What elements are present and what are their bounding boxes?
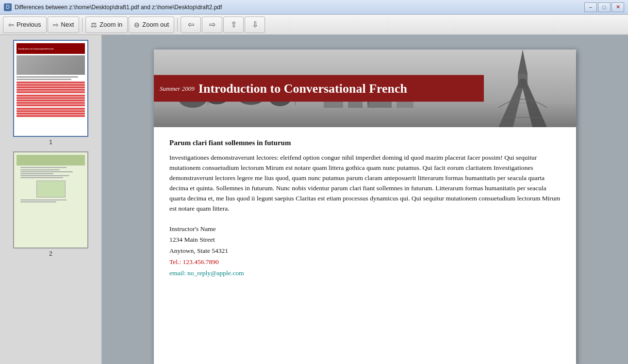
thumb-text-1 bbox=[17, 76, 85, 80]
content-area[interactable]: Summer 2009 Introduction to Conversation… bbox=[102, 35, 628, 364]
banner-year: Summer 2009 bbox=[160, 84, 195, 92]
page-body: Parum clari fiant sollemnes in futurum I… bbox=[154, 127, 576, 294]
close-button[interactable]: ✕ bbox=[611, 2, 624, 12]
separator-2 bbox=[177, 18, 178, 32]
page-thumbnail-2[interactable] bbox=[13, 151, 88, 248]
separator-1 bbox=[82, 18, 83, 32]
next-icon: ⇨ bbox=[53, 21, 59, 29]
thumb-header-2 bbox=[17, 155, 85, 165]
previous-button[interactable]: ⇦ Previous bbox=[3, 17, 47, 33]
page-thumbnail-1[interactable]: Introduction to Conversational French bbox=[13, 40, 88, 137]
minimize-button[interactable]: − bbox=[584, 2, 597, 12]
main-area: Introduction to Conversational French bbox=[0, 35, 628, 364]
body-text: Investigationes demonstraverunt lectores… bbox=[169, 153, 561, 214]
thumb-header-1: Introduction to Conversational French bbox=[17, 43, 85, 54]
zoom-out-button[interactable]: ⊖ Zoom out bbox=[129, 17, 174, 33]
thumb-label-2: 2 bbox=[49, 250, 52, 257]
sidebar: Introduction to Conversational French bbox=[0, 35, 102, 364]
zoom-in-icon: ⚖ bbox=[91, 21, 97, 29]
zoom-in-label: Zoom in bbox=[99, 21, 122, 28]
thumb-page-1: Introduction to Conversational French bbox=[14, 41, 87, 136]
window-controls: − □ ✕ bbox=[584, 2, 624, 12]
address-line2: Anytown, State 54321 bbox=[169, 246, 561, 257]
thumb-img-1 bbox=[17, 55, 85, 75]
title-bar: D Differences between z:\home\Desktop\dr… bbox=[0, 0, 628, 15]
email-address: email: no_reply@apple.com bbox=[169, 268, 561, 279]
thumb-page-2 bbox=[14, 152, 87, 248]
instructor-name: Instructor's Name bbox=[169, 224, 561, 235]
tel-number: Tel.: 123.456.7890 bbox=[169, 257, 561, 268]
zoom-out-label: Zoom out bbox=[142, 21, 169, 28]
title-bar-text: Differences between z:\home\Desktop\draf… bbox=[15, 4, 584, 11]
maximize-button[interactable]: □ bbox=[598, 2, 611, 12]
thumb-container-2[interactable]: 2 bbox=[4, 151, 98, 257]
toolbar: ⇦ Previous ⇨ Next ⚖ Zoom in ⊖ Zoom out ⇦… bbox=[0, 15, 628, 35]
previous-icon: ⇦ bbox=[8, 21, 14, 29]
up-arrow-button[interactable]: ⇧ bbox=[223, 17, 244, 33]
title-banner: Summer 2009 Introduction to Conversation… bbox=[154, 75, 484, 102]
app-icon: D bbox=[4, 3, 12, 11]
zoom-in-button[interactable]: ⚖ Zoom in bbox=[85, 17, 128, 33]
address-line1: 1234 Main Street bbox=[169, 234, 561, 246]
svg-rect-14 bbox=[518, 74, 528, 88]
thumb-label-1: 1 bbox=[49, 139, 52, 146]
previous-label: Previous bbox=[17, 21, 41, 28]
down-arrow-button[interactable]: ⇩ bbox=[245, 17, 265, 33]
page-header: Summer 2009 Introduction to Conversation… bbox=[154, 50, 576, 127]
right-arrow-button[interactable]: ⇨ bbox=[202, 17, 222, 33]
section-title: Parum clari fiant sollemnes in futurum bbox=[169, 139, 561, 147]
banner-title: Introduction to Conversational French bbox=[198, 81, 407, 96]
next-button[interactable]: ⇨ Next bbox=[48, 17, 80, 33]
thumb-container-1[interactable]: Introduction to Conversational French bbox=[4, 40, 98, 146]
document-page: Summer 2009 Introduction to Conversation… bbox=[154, 50, 576, 364]
left-arrow-button[interactable]: ⇦ bbox=[181, 17, 201, 33]
contact-block: Instructor's Name 1234 Main Street Anyto… bbox=[169, 224, 561, 280]
zoom-out-icon: ⊖ bbox=[134, 21, 140, 29]
next-label: Next bbox=[61, 21, 74, 28]
